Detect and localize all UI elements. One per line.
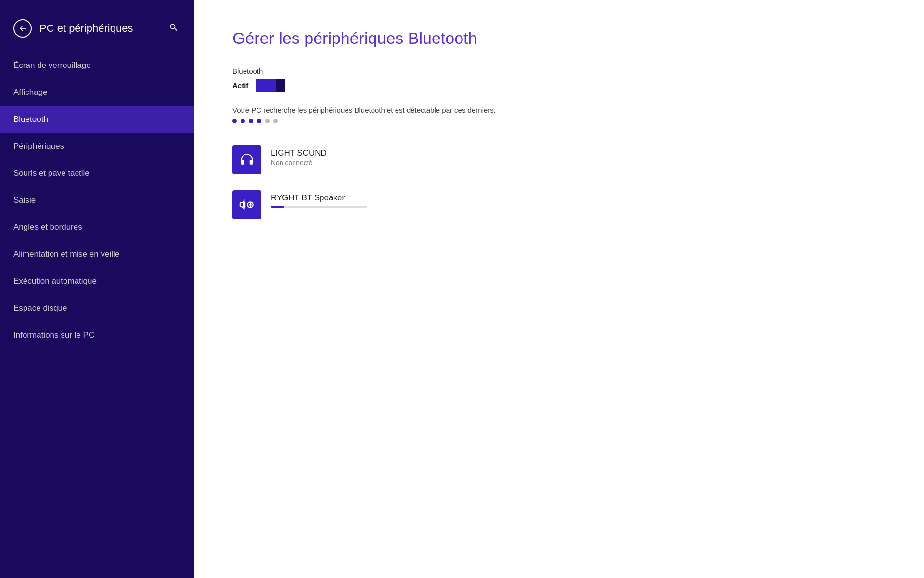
toggle-active-label: Actif (232, 81, 248, 90)
device-item-light-sound[interactable]: LIGHT SOUND Non connecté (232, 138, 886, 183)
dot-5 (265, 119, 270, 123)
sidebar-header: PC et périphériques (0, 0, 194, 52)
device-name-light-sound: LIGHT SOUND (271, 148, 327, 158)
device-info-ryght: RYGHT BT Speaker (271, 190, 367, 208)
device-name-ryght: RYGHT BT Speaker (271, 193, 367, 203)
svg-point-2 (249, 204, 251, 206)
scanning-dots (232, 119, 886, 123)
search-button[interactable] (167, 21, 180, 37)
sidebar-item-execution[interactable]: Exécution automatique (0, 268, 194, 295)
dot-4 (257, 119, 261, 123)
device-list: LIGHT SOUND Non connecté RYGHT BT Speake… (232, 138, 886, 227)
sidebar-item-alimentation[interactable]: Alimentation et mise en veille (0, 241, 194, 268)
dot-2 (241, 119, 245, 123)
sidebar-item-affichage[interactable]: Affichage (0, 79, 194, 106)
device-progress (271, 206, 367, 208)
bluetooth-toggle[interactable] (256, 79, 285, 92)
device-icon-light-sound (232, 145, 261, 174)
sidebar-title: PC et périphériques (39, 22, 133, 35)
back-button[interactable] (13, 19, 32, 38)
device-info-light-sound: LIGHT SOUND Non connecté (271, 145, 327, 167)
sidebar-item-ecran[interactable]: Écran de verrouillage (0, 52, 194, 79)
sidebar-item-souris[interactable]: Souris et pavé tactile (0, 160, 194, 187)
dot-1 (232, 119, 237, 123)
sidebar-item-bluetooth[interactable]: Bluetooth (0, 106, 194, 133)
device-progress-fill (271, 206, 284, 208)
main-content: Gérer les périphériques Bluetooth Blueto… (194, 0, 924, 578)
dot-3 (249, 119, 253, 123)
sidebar-item-saisie[interactable]: Saisie (0, 187, 194, 214)
scanning-text: Votre PC recherche les périphériques Blu… (232, 106, 886, 114)
toggle-thumb (276, 79, 285, 92)
device-item-ryght[interactable]: RYGHT BT Speaker (232, 183, 886, 227)
page-title: Gérer les périphériques Bluetooth (232, 29, 886, 48)
sidebar: PC et périphériques Écran de verrouillag… (0, 0, 194, 578)
toggle-row: Actif (232, 79, 886, 92)
sidebar-item-angles[interactable]: Angles et bordures (0, 214, 194, 241)
sidebar-nav: Écran de verrouillage Affichage Bluetoot… (0, 52, 194, 578)
sidebar-item-espace[interactable]: Espace disque (0, 295, 194, 322)
sidebar-item-informations[interactable]: Informations sur le PC (0, 322, 194, 349)
bluetooth-label: Bluetooth (232, 67, 886, 75)
svg-rect-0 (243, 202, 246, 207)
sidebar-item-peripheriques[interactable]: Périphériques (0, 133, 194, 160)
dot-6 (273, 119, 278, 123)
device-status-light-sound: Non connecté (271, 159, 327, 167)
toggle-track (256, 79, 285, 92)
device-icon-ryght (232, 190, 261, 219)
